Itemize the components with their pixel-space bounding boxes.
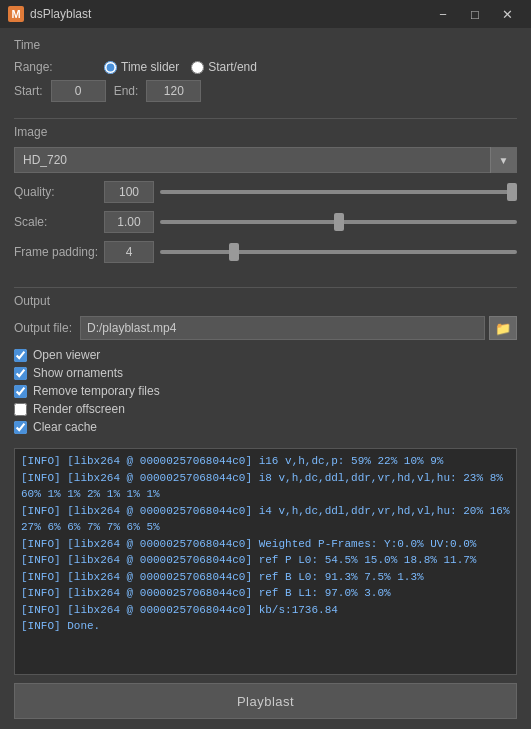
startend-radio[interactable] bbox=[191, 61, 204, 74]
show-ornaments-row: Show ornaments bbox=[14, 366, 517, 380]
output-file-label: Output file: bbox=[14, 321, 72, 335]
log-line: [INFO] [libx264 @ 00000257068044c0] ref … bbox=[21, 569, 510, 586]
image-section: Image HD_720 ▼ Quality: 100 Scale: 1.00 … bbox=[14, 125, 517, 271]
remove-temp-label[interactable]: Remove temporary files bbox=[33, 384, 160, 398]
clear-cache-label[interactable]: Clear cache bbox=[33, 420, 97, 434]
frame-padding-label: Frame padding: bbox=[14, 245, 104, 259]
folder-button[interactable]: 📁 bbox=[489, 316, 517, 340]
clear-cache-checkbox[interactable] bbox=[14, 421, 27, 434]
app-icon: M bbox=[8, 6, 24, 22]
open-viewer-checkbox[interactable] bbox=[14, 349, 27, 362]
window-title: dsPlayblast bbox=[30, 7, 427, 21]
title-bar: M dsPlayblast − □ ✕ bbox=[0, 0, 531, 28]
log-line: [INFO] [libx264 @ 00000257068044c0] i16 … bbox=[21, 453, 510, 470]
quality-input[interactable]: 100 bbox=[104, 181, 154, 203]
render-offscreen-row: Render offscreen bbox=[14, 402, 517, 416]
log-line: [INFO] [libx264 @ 00000257068044c0] Weig… bbox=[21, 536, 510, 553]
remove-temp-checkbox[interactable] bbox=[14, 385, 27, 398]
end-input[interactable]: 120 bbox=[146, 80, 201, 102]
show-ornaments-checkbox[interactable] bbox=[14, 367, 27, 380]
start-end-row: Start: 0 End: 120 bbox=[14, 80, 517, 102]
dropdown-arrow-icon[interactable]: ▼ bbox=[490, 147, 516, 173]
output-file-input[interactable] bbox=[80, 316, 485, 340]
timeslider-label[interactable]: Time slider bbox=[121, 60, 179, 74]
scale-label: Scale: bbox=[14, 215, 104, 229]
log-line: [INFO] [libx264 @ 00000257068044c0] i8 v… bbox=[21, 470, 510, 503]
time-section-label: Time bbox=[14, 38, 517, 52]
log-line: [INFO] [libx264 @ 00000257068044c0] ref … bbox=[21, 552, 510, 569]
start-input[interactable]: 0 bbox=[51, 80, 106, 102]
startend-label[interactable]: Start/end bbox=[208, 60, 257, 74]
output-section: Output Output file: 📁 Open viewer Show o… bbox=[14, 294, 517, 438]
start-label: Start: bbox=[14, 84, 43, 98]
render-offscreen-checkbox[interactable] bbox=[14, 403, 27, 416]
output-file-row: Output file: 📁 bbox=[14, 316, 517, 340]
divider-2 bbox=[14, 287, 517, 288]
divider-1 bbox=[14, 118, 517, 119]
time-section: Time Range: Time slider Start/end Start:… bbox=[14, 38, 517, 102]
preset-value: HD_720 bbox=[15, 153, 490, 167]
startend-option[interactable]: Start/end bbox=[191, 60, 257, 74]
render-offscreen-label[interactable]: Render offscreen bbox=[33, 402, 125, 416]
maximize-button[interactable]: □ bbox=[459, 0, 491, 28]
timeslider-radio[interactable] bbox=[104, 61, 117, 74]
close-button[interactable]: ✕ bbox=[491, 0, 523, 28]
preset-dropdown[interactable]: HD_720 ▼ bbox=[14, 147, 517, 173]
log-line: [INFO] [libx264 @ 00000257068044c0] ref … bbox=[21, 585, 510, 602]
range-row: Range: Time slider Start/end bbox=[14, 60, 517, 74]
frame-padding-input[interactable]: 4 bbox=[104, 241, 154, 263]
quality-slider[interactable] bbox=[160, 190, 517, 194]
log-line: [INFO] Done. bbox=[21, 618, 510, 635]
range-radio-group: Time slider Start/end bbox=[104, 60, 257, 74]
scale-row: Scale: 1.00 bbox=[14, 211, 517, 233]
range-label: Range: bbox=[14, 60, 104, 74]
log-line: [INFO] [libx264 @ 00000257068044c0] kb/s… bbox=[21, 602, 510, 619]
quality-row: Quality: 100 bbox=[14, 181, 517, 203]
minimize-button[interactable]: − bbox=[427, 0, 459, 28]
quality-label: Quality: bbox=[14, 185, 104, 199]
output-section-label: Output bbox=[14, 294, 517, 308]
main-content: Time Range: Time slider Start/end Start:… bbox=[0, 28, 531, 729]
window-controls: − □ ✕ bbox=[427, 0, 523, 28]
frame-padding-input-wrap: 4 bbox=[104, 241, 517, 263]
scale-input-wrap: 1.00 bbox=[104, 211, 517, 233]
frame-padding-slider[interactable] bbox=[160, 250, 517, 254]
image-section-label: Image bbox=[14, 125, 517, 139]
timeslider-option[interactable]: Time slider bbox=[104, 60, 179, 74]
quality-input-wrap: 100 bbox=[104, 181, 517, 203]
end-label: End: bbox=[114, 84, 139, 98]
folder-icon: 📁 bbox=[495, 321, 511, 336]
frame-padding-row: Frame padding: 4 bbox=[14, 241, 517, 263]
scale-input[interactable]: 1.00 bbox=[104, 211, 154, 233]
open-viewer-label[interactable]: Open viewer bbox=[33, 348, 100, 362]
playblast-button[interactable]: Playblast bbox=[14, 683, 517, 719]
open-viewer-row: Open viewer bbox=[14, 348, 517, 362]
log-line: [INFO] [libx264 @ 00000257068044c0] i4 v… bbox=[21, 503, 510, 536]
log-area[interactable]: [INFO] [libx264 @ 00000257068044c0] i16 … bbox=[14, 448, 517, 675]
show-ornaments-label[interactable]: Show ornaments bbox=[33, 366, 123, 380]
scale-slider[interactable] bbox=[160, 220, 517, 224]
remove-temp-row: Remove temporary files bbox=[14, 384, 517, 398]
clear-cache-row: Clear cache bbox=[14, 420, 517, 434]
